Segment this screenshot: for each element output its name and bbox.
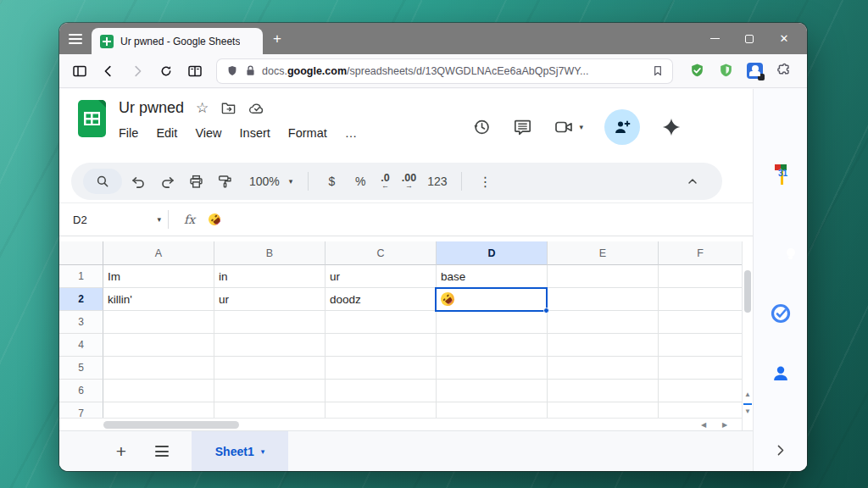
cell-c1[interactable]: ur [326,265,437,288]
row-header-7[interactable]: 7 [59,402,103,418]
cell-c3[interactable] [326,311,437,334]
gemini-sparkle-icon[interactable] [661,117,682,137]
cell-b1[interactable]: in [214,265,326,288]
cell-a5[interactable] [103,357,214,380]
scroll-down-icon[interactable]: ▼ [743,408,753,415]
extensions-puzzle-icon[interactable] [776,63,792,79]
menu-overflow[interactable]: … [345,126,358,140]
row-header-6[interactable]: 6 [59,380,103,402]
cell-e1[interactable] [548,265,659,288]
column-header-b[interactable]: B [214,241,326,265]
video-call-icon[interactable]: ▾ [554,118,583,136]
cell-d3[interactable] [437,311,548,334]
percent-format-button[interactable]: % [348,169,373,194]
cell-d7[interactable] [437,402,548,418]
increase-decimal-button[interactable]: .00→ [398,173,420,191]
row-header-3[interactable]: 3 [59,311,103,334]
cell-c4[interactable] [326,334,437,357]
sidebar-toggle-icon[interactable] [68,59,92,83]
paint-format-icon[interactable] [212,169,237,194]
row-header-4[interactable]: 4 [59,334,103,357]
document-title[interactable]: Ur pwned [119,99,184,117]
cell-c5[interactable] [326,357,437,380]
lock-icon[interactable] [245,64,256,77]
google-contacts-icon[interactable] [771,363,791,384]
reload-icon[interactable] [154,59,178,83]
cell-a1[interactable]: Im [103,265,214,288]
comments-icon[interactable] [513,118,532,137]
cell-a3[interactable] [103,311,214,334]
cell-c2[interactable]: doodz [326,288,437,311]
forward-icon[interactable] [125,59,149,83]
cell-c7[interactable] [326,402,437,418]
cell-f6[interactable] [659,380,742,402]
column-header-d[interactable]: D [437,241,548,265]
number-format-button[interactable]: 123 [424,169,450,194]
cell-f2[interactable] [659,288,742,311]
star-icon[interactable]: ☆ [196,101,209,115]
cell-b6[interactable] [214,380,326,402]
share-button[interactable] [604,109,640,145]
cell-b3[interactable] [214,311,326,334]
reader-view-icon[interactable] [183,59,207,83]
bookmark-icon[interactable] [652,64,664,77]
horizontal-scrollbar[interactable]: ◀ ▶ [59,418,742,430]
cell-c6[interactable] [326,380,437,402]
cell-e2[interactable] [548,288,659,311]
shield-icon[interactable] [225,64,239,78]
name-box-dropdown-icon[interactable]: ▾ [157,215,161,224]
cell-f3[interactable] [659,311,742,334]
select-all-corner[interactable] [59,241,103,265]
cell-b5[interactable] [214,357,326,380]
redo-icon[interactable] [154,169,180,194]
hamburger-menu-icon[interactable] [59,34,92,44]
more-options-icon[interactable]: ⋮ [472,169,499,194]
cell-d2-selected[interactable] [437,288,548,311]
column-header-c[interactable]: C [326,241,437,265]
currency-format-button[interactable]: $ [319,169,344,194]
cell-e3[interactable] [548,311,659,334]
formula-value-rofl-emoji[interactable] [206,211,223,228]
cell-a2[interactable]: killin' [103,288,214,311]
cell-b4[interactable] [214,334,326,357]
cell-f5[interactable] [659,357,742,380]
all-sheets-icon[interactable] [149,446,175,457]
undo-icon[interactable] [125,169,151,194]
decrease-decimal-button[interactable]: .0← [376,173,393,191]
move-folder-icon[interactable] [220,101,236,115]
cell-e5[interactable] [548,357,659,380]
cell-a7[interactable] [103,402,214,418]
menu-view[interactable]: View [195,126,221,140]
url-bar[interactable]: docs.google.com/spreadsheets/d/13QWGDLNA… [217,59,672,83]
cell-d4[interactable] [437,334,548,357]
close-button[interactable]: ✕ [778,33,790,45]
cell-e6[interactable] [548,380,659,402]
cell-f1[interactable] [659,265,742,288]
google-tasks-icon[interactable] [770,302,792,324]
column-header-f[interactable]: F [659,241,742,265]
browser-tab[interactable]: Ur pwned - Google Sheets [92,28,263,54]
scroll-left-icon[interactable]: ◀ [701,421,706,429]
video-call-dropdown-icon[interactable]: ▾ [579,123,583,131]
minimize-button[interactable] [709,33,721,45]
cloud-saved-icon[interactable] [248,102,266,115]
cell-e4[interactable] [548,334,659,357]
column-header-a[interactable]: A [103,241,214,265]
cell-d5[interactable] [437,357,548,380]
cell-a6[interactable] [103,380,214,402]
cell-a4[interactable] [103,334,214,357]
version-history-icon[interactable] [471,117,492,137]
row-header-1[interactable]: 1 [59,265,103,288]
scroll-up-icon[interactable]: ▲ [743,391,753,398]
cell-d1[interactable]: base [437,265,548,288]
add-sheet-button[interactable]: + [108,441,134,462]
vertical-scrollbar[interactable]: ▲ ▼ [742,241,753,430]
menu-edit[interactable]: Edit [156,126,177,140]
column-header-e[interactable]: E [548,241,659,265]
zoom-selector[interactable]: 100% ▾ [241,169,298,194]
menu-insert[interactable]: Insert [240,126,270,140]
cell-f4[interactable] [659,334,742,357]
hide-side-panel-icon[interactable] [773,443,787,458]
collapse-toolbar-icon[interactable] [680,169,705,194]
search-icon[interactable] [83,169,122,194]
